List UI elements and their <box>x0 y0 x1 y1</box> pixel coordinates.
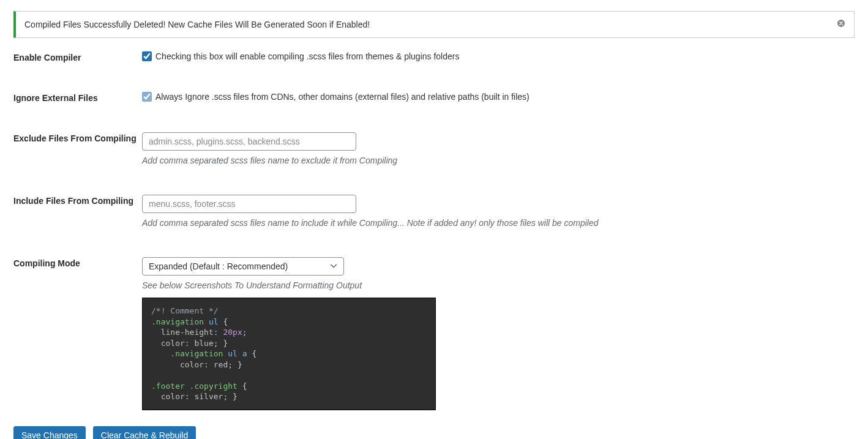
clear-cache-button[interactable]: Clear Cache & Rebuild <box>93 426 196 439</box>
include-help: Add comma separated scss files name to i… <box>142 218 855 228</box>
label-exclude: Exclude Files From Compiling <box>13 132 142 143</box>
mode-select[interactable]: Expanded (Default : Recommended) <box>142 257 344 276</box>
ignore-external-checkbox[interactable] <box>142 92 152 102</box>
row-ignore-external: Ignore External Files Always Ignore .scs… <box>13 92 855 103</box>
success-notice: Compiled Files Successfully Deleted! New… <box>13 11 855 38</box>
enable-compiler-checkbox[interactable] <box>142 51 152 61</box>
row-enable-compiler: Enable Compiler Checking this box will e… <box>13 51 855 62</box>
row-mode: Compiling Mode Expanded (Default : Recom… <box>13 257 855 410</box>
exclude-help: Add comma separated scss files name to e… <box>142 156 855 165</box>
mode-select-value[interactable]: Expanded (Default : Recommended) <box>142 257 344 276</box>
close-icon[interactable] <box>837 19 845 30</box>
notice-message: Compiled Files Successfully Deleted! New… <box>24 20 370 29</box>
label-include: Include Files From Compiling <box>13 195 142 206</box>
label-ignore-external: Ignore External Files <box>13 92 142 103</box>
row-exclude: Exclude Files From Compiling Add comma s… <box>13 132 855 165</box>
form-actions: Save Changes Clear Cache & Rebuild <box>13 426 855 439</box>
enable-compiler-text: Checking this box will enable compiling … <box>155 51 459 61</box>
label-enable-compiler: Enable Compiler <box>13 51 142 62</box>
code-preview: /*! Comment */ .navigation ul { line-hei… <box>142 298 436 410</box>
ignore-external-text: Always Ignore .scss files from CDNs, oth… <box>155 92 529 102</box>
ignore-external-field[interactable]: Always Ignore .scss files from CDNs, oth… <box>142 92 855 102</box>
settings-form: Enable Compiler Checking this box will e… <box>13 51 855 439</box>
enable-compiler-field[interactable]: Checking this box will enable compiling … <box>142 51 855 61</box>
include-input[interactable] <box>142 195 356 213</box>
label-mode: Compiling Mode <box>13 257 142 268</box>
save-button[interactable]: Save Changes <box>13 426 86 439</box>
exclude-input[interactable] <box>142 132 356 151</box>
mode-help: See below Screenshots To Understand Form… <box>142 280 855 290</box>
row-include: Include Files From Compiling Add comma s… <box>13 195 855 228</box>
